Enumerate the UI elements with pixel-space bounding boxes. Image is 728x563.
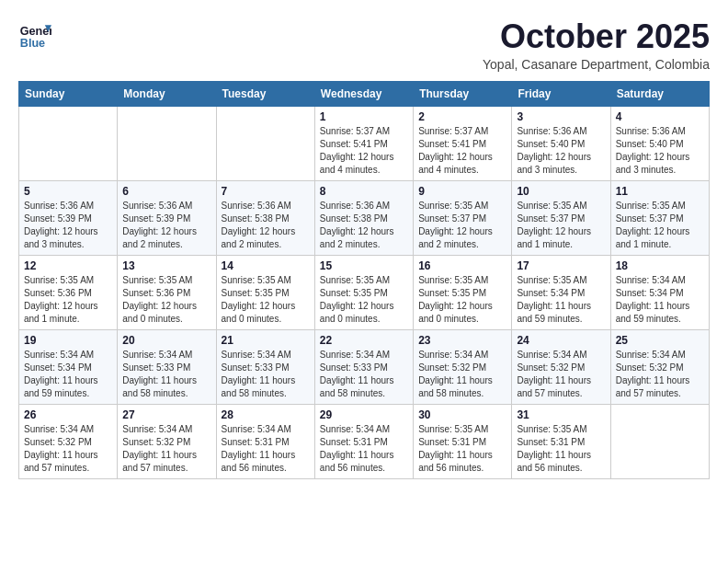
day-detail: Sunrise: 5:34 AM Sunset: 5:34 PM Dayligh… bbox=[616, 274, 704, 326]
weekday-header-wednesday: Wednesday bbox=[314, 81, 413, 106]
calendar-cell: 28Sunrise: 5:34 AM Sunset: 5:31 PM Dayli… bbox=[216, 404, 314, 478]
calendar-cell: 5Sunrise: 5:36 AM Sunset: 5:39 PM Daylig… bbox=[19, 180, 118, 255]
calendar-cell: 8Sunrise: 5:36 AM Sunset: 5:38 PM Daylig… bbox=[314, 180, 413, 255]
day-number: 12 bbox=[24, 259, 112, 272]
day-detail: Sunrise: 5:34 AM Sunset: 5:33 PM Dayligh… bbox=[222, 349, 310, 400]
calendar-cell: 12Sunrise: 5:35 AM Sunset: 5:36 PM Dayli… bbox=[19, 255, 118, 329]
day-detail: Sunrise: 5:34 AM Sunset: 5:34 PM Dayligh… bbox=[24, 349, 112, 400]
page-header: General Blue October 2025 Yopal, Casanar… bbox=[18, 18, 710, 72]
day-number: 27 bbox=[122, 408, 210, 421]
day-number: 30 bbox=[418, 408, 506, 421]
calendar-cell: 17Sunrise: 5:35 AM Sunset: 5:34 PM Dayli… bbox=[512, 255, 610, 329]
day-detail: Sunrise: 5:34 AM Sunset: 5:32 PM Dayligh… bbox=[616, 349, 704, 400]
calendar-cell: 21Sunrise: 5:34 AM Sunset: 5:33 PM Dayli… bbox=[216, 329, 314, 404]
day-detail: Sunrise: 5:34 AM Sunset: 5:32 PM Dayligh… bbox=[24, 423, 112, 475]
day-detail: Sunrise: 5:35 AM Sunset: 5:37 PM Dayligh… bbox=[418, 200, 506, 251]
calendar-cell: 2Sunrise: 5:37 AM Sunset: 5:41 PM Daylig… bbox=[414, 106, 512, 180]
calendar-cell: 24Sunrise: 5:34 AM Sunset: 5:32 PM Dayli… bbox=[512, 329, 610, 404]
calendar-cell: 22Sunrise: 5:34 AM Sunset: 5:33 PM Dayli… bbox=[314, 329, 413, 404]
calendar-cell: 31Sunrise: 5:35 AM Sunset: 5:31 PM Dayli… bbox=[512, 404, 610, 478]
day-detail: Sunrise: 5:36 AM Sunset: 5:39 PM Dayligh… bbox=[122, 200, 210, 251]
day-number: 5 bbox=[24, 185, 112, 198]
calendar-cell: 11Sunrise: 5:35 AM Sunset: 5:37 PM Dayli… bbox=[610, 180, 709, 255]
calendar-cell: 16Sunrise: 5:35 AM Sunset: 5:35 PM Dayli… bbox=[414, 255, 512, 329]
month-title: October 2025 bbox=[483, 18, 710, 55]
calendar-cell bbox=[19, 106, 118, 180]
day-detail: Sunrise: 5:34 AM Sunset: 5:32 PM Dayligh… bbox=[122, 423, 210, 475]
day-number: 10 bbox=[517, 185, 605, 198]
calendar-table: SundayMondayTuesdayWednesdayThursdayFrid… bbox=[18, 81, 710, 479]
day-number: 1 bbox=[320, 110, 408, 123]
day-detail: Sunrise: 5:34 AM Sunset: 5:32 PM Dayligh… bbox=[517, 349, 605, 400]
weekday-header-friday: Friday bbox=[512, 81, 610, 106]
day-number: 28 bbox=[222, 408, 310, 421]
calendar-cell: 14Sunrise: 5:35 AM Sunset: 5:35 PM Dayli… bbox=[216, 255, 314, 329]
calendar-cell bbox=[216, 106, 314, 180]
logo: General Blue bbox=[18, 18, 51, 52]
day-detail: Sunrise: 5:34 AM Sunset: 5:33 PM Dayligh… bbox=[320, 349, 408, 400]
calendar-cell: 30Sunrise: 5:35 AM Sunset: 5:31 PM Dayli… bbox=[414, 404, 512, 478]
day-number: 18 bbox=[616, 259, 704, 272]
day-detail: Sunrise: 5:36 AM Sunset: 5:40 PM Dayligh… bbox=[517, 125, 605, 177]
day-number: 7 bbox=[222, 185, 310, 198]
day-detail: Sunrise: 5:37 AM Sunset: 5:41 PM Dayligh… bbox=[320, 125, 408, 177]
day-number: 11 bbox=[616, 185, 704, 198]
day-detail: Sunrise: 5:36 AM Sunset: 5:38 PM Dayligh… bbox=[222, 200, 310, 251]
day-number: 3 bbox=[517, 110, 605, 123]
calendar-cell: 3Sunrise: 5:36 AM Sunset: 5:40 PM Daylig… bbox=[512, 106, 610, 180]
logo-icon: General Blue bbox=[18, 18, 51, 52]
day-detail: Sunrise: 5:35 AM Sunset: 5:35 PM Dayligh… bbox=[320, 274, 408, 326]
calendar-week-row: 1Sunrise: 5:37 AM Sunset: 5:41 PM Daylig… bbox=[19, 106, 710, 180]
day-number: 4 bbox=[616, 110, 704, 123]
day-number: 17 bbox=[517, 259, 605, 272]
calendar-week-row: 19Sunrise: 5:34 AM Sunset: 5:34 PM Dayli… bbox=[19, 329, 710, 404]
day-number: 6 bbox=[122, 185, 210, 198]
calendar-cell: 26Sunrise: 5:34 AM Sunset: 5:32 PM Dayli… bbox=[19, 404, 118, 478]
day-number: 19 bbox=[24, 334, 112, 347]
day-number: 21 bbox=[222, 334, 310, 347]
weekday-header-saturday: Saturday bbox=[610, 81, 709, 106]
day-detail: Sunrise: 5:34 AM Sunset: 5:33 PM Dayligh… bbox=[122, 349, 210, 400]
weekday-header-tuesday: Tuesday bbox=[216, 81, 314, 106]
day-number: 22 bbox=[320, 334, 408, 347]
day-detail: Sunrise: 5:36 AM Sunset: 5:38 PM Dayligh… bbox=[320, 200, 408, 251]
day-number: 20 bbox=[122, 334, 210, 347]
calendar-cell: 6Sunrise: 5:36 AM Sunset: 5:39 PM Daylig… bbox=[118, 180, 216, 255]
calendar-cell: 7Sunrise: 5:36 AM Sunset: 5:38 PM Daylig… bbox=[216, 180, 314, 255]
day-detail: Sunrise: 5:34 AM Sunset: 5:32 PM Dayligh… bbox=[418, 349, 506, 400]
calendar-cell: 29Sunrise: 5:34 AM Sunset: 5:31 PM Dayli… bbox=[314, 404, 413, 478]
day-detail: Sunrise: 5:35 AM Sunset: 5:31 PM Dayligh… bbox=[418, 423, 506, 475]
weekday-header-thursday: Thursday bbox=[414, 81, 512, 106]
calendar-cell bbox=[610, 404, 709, 478]
title-block: October 2025 Yopal, Casanare Department,… bbox=[483, 18, 710, 72]
weekday-header-sunday: Sunday bbox=[19, 81, 118, 106]
calendar-cell: 23Sunrise: 5:34 AM Sunset: 5:32 PM Dayli… bbox=[414, 329, 512, 404]
day-detail: Sunrise: 5:34 AM Sunset: 5:31 PM Dayligh… bbox=[222, 423, 310, 475]
calendar-week-row: 12Sunrise: 5:35 AM Sunset: 5:36 PM Dayli… bbox=[19, 255, 710, 329]
calendar-week-row: 26Sunrise: 5:34 AM Sunset: 5:32 PM Dayli… bbox=[19, 404, 710, 478]
day-number: 8 bbox=[320, 185, 408, 198]
calendar-cell: 15Sunrise: 5:35 AM Sunset: 5:35 PM Dayli… bbox=[314, 255, 413, 329]
day-number: 24 bbox=[517, 334, 605, 347]
day-number: 31 bbox=[517, 408, 605, 421]
day-detail: Sunrise: 5:35 AM Sunset: 5:31 PM Dayligh… bbox=[517, 423, 605, 475]
location-subtitle: Yopal, Casanare Department, Colombia bbox=[483, 57, 710, 72]
day-number: 2 bbox=[418, 110, 506, 123]
calendar-cell: 1Sunrise: 5:37 AM Sunset: 5:41 PM Daylig… bbox=[314, 106, 413, 180]
calendar-cell: 9Sunrise: 5:35 AM Sunset: 5:37 PM Daylig… bbox=[414, 180, 512, 255]
weekday-header-monday: Monday bbox=[118, 81, 216, 106]
day-detail: Sunrise: 5:34 AM Sunset: 5:31 PM Dayligh… bbox=[320, 423, 408, 475]
day-detail: Sunrise: 5:35 AM Sunset: 5:35 PM Dayligh… bbox=[222, 274, 310, 326]
day-number: 13 bbox=[122, 259, 210, 272]
calendar-cell: 25Sunrise: 5:34 AM Sunset: 5:32 PM Dayli… bbox=[610, 329, 709, 404]
calendar-cell: 13Sunrise: 5:35 AM Sunset: 5:36 PM Dayli… bbox=[118, 255, 216, 329]
day-detail: Sunrise: 5:35 AM Sunset: 5:36 PM Dayligh… bbox=[24, 274, 112, 326]
weekday-header-row: SundayMondayTuesdayWednesdayThursdayFrid… bbox=[19, 81, 710, 106]
day-detail: Sunrise: 5:36 AM Sunset: 5:39 PM Dayligh… bbox=[24, 200, 112, 251]
day-number: 14 bbox=[222, 259, 310, 272]
calendar-cell: 18Sunrise: 5:34 AM Sunset: 5:34 PM Dayli… bbox=[610, 255, 709, 329]
day-detail: Sunrise: 5:35 AM Sunset: 5:34 PM Dayligh… bbox=[517, 274, 605, 326]
day-number: 25 bbox=[616, 334, 704, 347]
calendar-week-row: 5Sunrise: 5:36 AM Sunset: 5:39 PM Daylig… bbox=[19, 180, 710, 255]
calendar-cell bbox=[118, 106, 216, 180]
